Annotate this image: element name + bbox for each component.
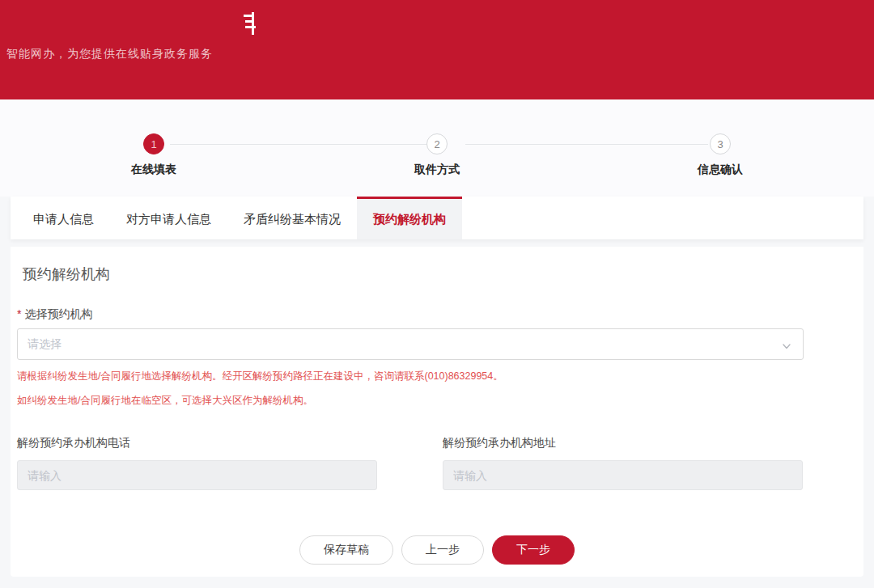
select-org-label-row: *选择预约机构 — [17, 307, 857, 322]
tab-counterparty-info[interactable]: 对方申请人信息 — [110, 197, 227, 239]
previous-step-button[interactable]: 上一步 — [401, 535, 484, 565]
help-text-line2: 如纠纷发生地/合同履行地在临空区，可选择大兴区作为解纷机构。 — [17, 392, 857, 408]
required-asterisk: * — [17, 307, 21, 320]
select-org-label: 选择预约机构 — [24, 307, 92, 320]
step-online-form: 1 在线填表 — [12, 133, 295, 177]
chevron-down-icon — [782, 340, 791, 349]
page-header: 智能网办，为您提供在线贴身政务服务 — [0, 0, 874, 99]
reserve-org-select[interactable]: 请选择 — [17, 328, 804, 360]
address-input[interactable] — [443, 460, 803, 490]
step-number-badge: 1 — [143, 133, 164, 154]
form-tabbar: 申请人信息 对方申请人信息 矛盾纠纷基本情况 预约解纷机构 — [11, 197, 863, 239]
tab-dispute-basic-info[interactable]: 矛盾纠纷基本情况 — [227, 197, 357, 239]
tab-applicant-info[interactable]: 申请人信息 — [17, 197, 110, 239]
phone-field-group: 解纷预约承办机构电话 — [17, 436, 377, 490]
step-pickup-method: 2 取件方式 — [295, 133, 579, 177]
tab-reserve-resolution-org[interactable]: 预约解纷机构 — [357, 197, 462, 239]
step-info-confirm: 3 信息确认 — [579, 133, 862, 177]
stepper: 1 在线填表 2 取件方式 3 信息确认 — [0, 99, 874, 197]
step-connector — [465, 144, 708, 145]
header-tagline: 智能网办，为您提供在线贴身政务服务 — [6, 47, 213, 61]
phone-input[interactable] — [17, 460, 377, 490]
step-label: 在线填表 — [131, 163, 176, 177]
footer-button-row: 保存草稿 上一步 下一步 — [17, 535, 857, 565]
step-number-badge: 3 — [710, 133, 731, 154]
step-label: 信息确认 — [698, 163, 743, 177]
select-placeholder-text: 请选择 — [28, 337, 62, 352]
phone-label: 解纷预约承办机构电话 — [17, 436, 377, 451]
address-label: 解纷预约承办机构地址 — [443, 436, 803, 451]
logo-fragment-icon — [242, 11, 258, 36]
step-label: 取件方式 — [414, 163, 460, 177]
step-connector — [170, 144, 427, 145]
address-field-group: 解纷预约承办机构地址 — [443, 436, 803, 490]
section-title: 预约解纷机构 — [23, 264, 857, 284]
save-draft-button[interactable]: 保存草稿 — [299, 535, 393, 565]
step-number-badge: 2 — [426, 133, 448, 154]
next-step-button[interactable]: 下一步 — [492, 535, 575, 565]
help-text-line1: 请根据纠纷发生地/合同履行地选择解纷机构。经开区解纷预约路径正在建设中，咨询请联… — [17, 368, 857, 384]
form-panel: 预约解纷机构 *选择预约机构 请选择 请根据纠纷发生地/合同履行地选择解纷机构。… — [11, 247, 863, 577]
